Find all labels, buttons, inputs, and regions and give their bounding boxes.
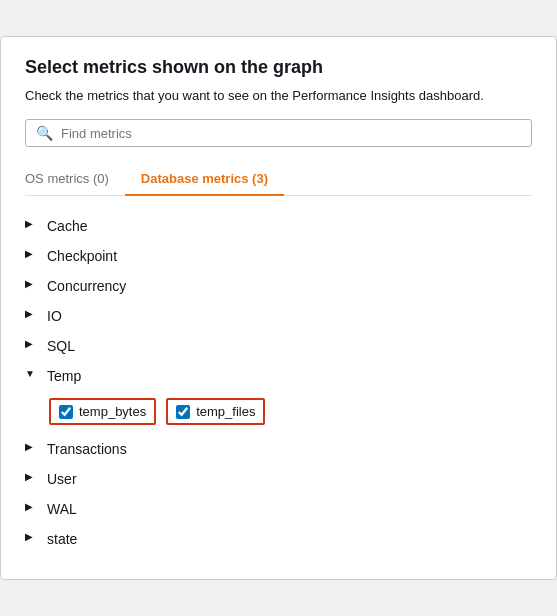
group-temp-label: Temp (47, 368, 81, 384)
tab-database-metrics[interactable]: Database metrics (3) (125, 163, 284, 196)
tab-os-metrics[interactable]: OS metrics (0) (25, 163, 125, 196)
group-io: ▶ IO (25, 302, 532, 330)
group-checkpoint: ▶ Checkpoint (25, 242, 532, 270)
panel-title: Select metrics shown on the graph (25, 57, 532, 78)
arrow-right-icon: ▶ (25, 471, 41, 487)
group-wal-header[interactable]: ▶ WAL (25, 495, 532, 523)
group-wal-label: WAL (47, 501, 77, 517)
arrow-right-icon: ▶ (25, 338, 41, 354)
group-cache-header[interactable]: ▶ Cache (25, 212, 532, 240)
search-icon: 🔍 (36, 125, 53, 141)
group-sql: ▶ SQL (25, 332, 532, 360)
metrics-panel: Select metrics shown on the graph Check … (0, 36, 557, 580)
temp-metric-items: temp_bytes temp_files (25, 390, 532, 433)
arrow-right-icon: ▶ (25, 308, 41, 324)
arrow-right-icon: ▶ (25, 531, 41, 547)
group-concurrency-label: Concurrency (47, 278, 126, 294)
group-state: ▶ state (25, 525, 532, 553)
group-io-label: IO (47, 308, 62, 324)
group-state-header[interactable]: ▶ state (25, 525, 532, 553)
arrow-right-icon: ▶ (25, 278, 41, 294)
arrow-down-icon: ▼ (25, 368, 41, 384)
metric-item-temp-bytes: temp_bytes (49, 398, 156, 425)
group-transactions: ▶ Transactions (25, 435, 532, 463)
group-checkpoint-header[interactable]: ▶ Checkpoint (25, 242, 532, 270)
group-sql-header[interactable]: ▶ SQL (25, 332, 532, 360)
group-user: ▶ User (25, 465, 532, 493)
group-state-label: state (47, 531, 77, 547)
group-transactions-label: Transactions (47, 441, 127, 457)
group-transactions-header[interactable]: ▶ Transactions (25, 435, 532, 463)
temp-bytes-checkbox[interactable] (59, 405, 73, 419)
group-cache-label: Cache (47, 218, 87, 234)
temp-files-checkbox[interactable] (176, 405, 190, 419)
search-input[interactable] (61, 126, 521, 141)
arrow-right-icon: ▶ (25, 218, 41, 234)
group-wal: ▶ WAL (25, 495, 532, 523)
group-sql-label: SQL (47, 338, 75, 354)
group-concurrency: ▶ Concurrency (25, 272, 532, 300)
arrow-right-icon: ▶ (25, 248, 41, 264)
arrow-right-icon: ▶ (25, 501, 41, 517)
group-user-label: User (47, 471, 77, 487)
group-temp-header[interactable]: ▼ Temp (25, 362, 532, 390)
metric-item-temp-files: temp_files (166, 398, 265, 425)
group-temp: ▼ Temp temp_bytes temp_files (25, 362, 532, 433)
group-user-header[interactable]: ▶ User (25, 465, 532, 493)
search-box: 🔍 (25, 119, 532, 147)
temp-files-label: temp_files (196, 404, 255, 419)
metric-group-list: ▶ Cache ▶ Checkpoint ▶ Concurrency ▶ IO (25, 212, 532, 553)
arrow-right-icon: ▶ (25, 441, 41, 457)
group-cache: ▶ Cache (25, 212, 532, 240)
group-io-header[interactable]: ▶ IO (25, 302, 532, 330)
group-concurrency-header[interactable]: ▶ Concurrency (25, 272, 532, 300)
group-checkpoint-label: Checkpoint (47, 248, 117, 264)
tab-bar: OS metrics (0) Database metrics (3) (25, 163, 532, 196)
temp-bytes-label: temp_bytes (79, 404, 146, 419)
panel-description: Check the metrics that you want to see o… (25, 88, 532, 103)
